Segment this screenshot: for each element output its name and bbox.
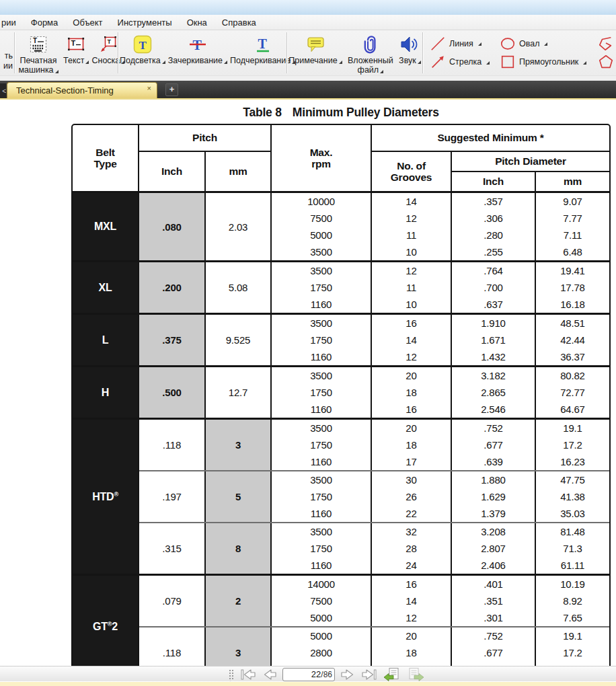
- line-tool-button[interactable]: Линия: [430, 34, 500, 53]
- next-view-button[interactable]: [406, 667, 425, 681]
- previous-page-button[interactable]: [261, 667, 279, 681]
- oval-tool-button[interactable]: Овал: [500, 34, 598, 53]
- svg-text:T: T: [33, 37, 37, 44]
- pd-inch-cell: 2.546: [452, 401, 536, 418]
- tab-scroll-left-button[interactable]: <: [0, 83, 6, 98]
- data-rows: 1400016.40110.19750014.3518.92500012.301…: [272, 576, 609, 626]
- pd-mm-cell: 7.11: [536, 227, 609, 243]
- grooves-cell: 18: [372, 384, 452, 401]
- pitch-inch-cell: .197: [139, 471, 206, 522]
- pd-mm-cell: 10.19: [536, 576, 609, 593]
- pulley-diameters-table: BeltType Pitch Inch mm Max.rpm Suggested…: [71, 124, 611, 666]
- pdf-viewer-window: рии Форма Объект Инструменты Окна Справк…: [0, 0, 616, 686]
- belt-group: GT®2.07921400016.40110.19750014.3518.925…: [73, 574, 609, 666]
- pd-inch-cell: 3.208: [452, 523, 536, 540]
- polygon-tool-button[interactable]: Многоуго.: [598, 53, 616, 72]
- previous-view-button[interactable]: [383, 667, 401, 681]
- dropdown-marker: [224, 61, 227, 64]
- text-annotation-group: T Печатная машинка T: [15, 30, 118, 75]
- pd-inch-cell: .764: [452, 262, 536, 279]
- menu-item-windows[interactable]: Окна: [180, 16, 215, 29]
- pd-mm-cell: 9.07: [536, 193, 609, 210]
- attachment-tool-button[interactable]: Вложенный файл: [344, 32, 397, 75]
- arrow-icon: [430, 54, 446, 70]
- pd-mm-cell: 17.2: [536, 436, 609, 453]
- max-rpm-cell: 1160: [272, 401, 372, 418]
- toolbar-grip-handle[interactable]: ◄: [229, 669, 235, 680]
- strikeout-tool-button[interactable]: T Зачеркивание: [167, 32, 229, 66]
- menu-item-tools[interactable]: Инструменты: [110, 16, 180, 29]
- grooves-cell: 12: [372, 262, 452, 279]
- pd-inch-cell: .752: [452, 420, 536, 436]
- menu-item-object[interactable]: Объект: [65, 16, 110, 29]
- pitch-subgroups: .3759.5253500161.91048.511750141.67142.4…: [139, 315, 609, 365]
- max-rpm-cell: 3500: [272, 243, 372, 260]
- note-icon: [305, 32, 325, 56]
- pulley-table-body: MXL.0802.031000014.3579.07750012.3067.77…: [73, 193, 609, 666]
- data-rows: 3500161.91048.511750141.67142.441160121.…: [272, 315, 609, 365]
- pd-mm-cell: 81.48: [536, 523, 609, 540]
- pitch-inch-cell: .200: [139, 262, 206, 313]
- sound-tool-button[interactable]: Звук: [397, 32, 422, 66]
- polyline-tool-button[interactable]: Ломаная: [598, 34, 616, 53]
- data-rows: 3500301.88047.751750261.62941.381160221.…: [272, 471, 609, 522]
- pd-inch-cell: 1.880: [452, 471, 536, 488]
- table-row: 160016.60215.29: [272, 661, 609, 666]
- pd-mm-cell: 6.48: [536, 243, 609, 260]
- data-rows: 350020.75219.1175018.67717.2116017.63916…: [272, 420, 609, 470]
- table-row: 1160221.37935.03: [272, 505, 609, 522]
- pd-mm-cell: 16.18: [536, 296, 609, 313]
- tab-label: Technical-Section-Timing: [16, 85, 146, 96]
- pitch-mm-cell: 9.525: [206, 315, 272, 365]
- first-page-button[interactable]: [239, 667, 258, 681]
- belt-type-cell: H: [73, 367, 139, 418]
- tab-technical-section-timing[interactable]: Technical-Section-Timing ×: [7, 82, 157, 98]
- table-row: 350010.2556.48: [272, 243, 609, 260]
- pd-inch-cell: 2.406: [452, 557, 536, 574]
- oval-icon: [500, 36, 516, 52]
- max-rpm-cell: 1160: [272, 505, 372, 522]
- max-rpm-cell: 1750: [272, 332, 372, 348]
- page-number-input[interactable]: [299, 669, 321, 679]
- grooves-cell: 18: [372, 436, 452, 453]
- text-box-icon: T: [66, 32, 86, 56]
- svg-text:T: T: [71, 39, 76, 47]
- max-rpm-cell: 1750: [272, 384, 372, 401]
- arrow-tool-button[interactable]: Стрелка: [430, 53, 500, 72]
- highlight-tool-button[interactable]: T Подсветка: [118, 32, 167, 66]
- table-row: 1160162.54664.67: [272, 401, 609, 418]
- header-pitch-inch: Inch: [139, 152, 206, 191]
- menu-item-help[interactable]: Справка: [215, 16, 264, 29]
- rectangle-tool-button[interactable]: Прямоугольник: [500, 53, 598, 72]
- pd-inch-cell: .357: [452, 193, 536, 210]
- max-rpm-cell: 1160: [272, 348, 372, 365]
- pd-mm-cell: 42.44: [536, 332, 609, 348]
- table-header: BeltType Pitch Inch mm Max.rpm Suggested…: [73, 125, 609, 193]
- pd-inch-cell: .602: [452, 661, 536, 666]
- pitch-inch-cell: .079: [139, 576, 206, 626]
- sticky-note-tool-button[interactable]: Примечание: [287, 32, 343, 66]
- annotation-toolbar: ть ии T Печатная машинка: [0, 30, 616, 75]
- grooves-cell: 10: [372, 243, 452, 260]
- pitch-subgroup: .0802.031000014.3579.07750012.3067.77500…: [139, 193, 609, 260]
- new-tab-button[interactable]: +: [165, 83, 178, 96]
- max-rpm-cell: 7500: [272, 210, 372, 227]
- next-page-button[interactable]: [338, 667, 356, 681]
- menu-item-form[interactable]: Форма: [24, 16, 66, 29]
- table-row: 3500323.20881.48: [272, 523, 609, 540]
- pd-mm-cell: 35.03: [536, 505, 609, 522]
- text-box-tool-button[interactable]: T Текст: [62, 32, 90, 66]
- pd-mm-cell: 80.82: [536, 367, 609, 384]
- pd-inch-cell: 1.671: [452, 332, 536, 348]
- table-row: 350012.76419.41: [272, 262, 609, 279]
- highlight-icon: T: [132, 32, 153, 56]
- data-rows: 1000014.3579.07750012.3067.77500011.2807…: [272, 193, 609, 260]
- table-row: 1750282.80771.3: [272, 540, 609, 557]
- belt-type-cell: L: [73, 315, 139, 365]
- max-rpm-cell: 5000: [272, 227, 372, 243]
- typewriter-tool-button[interactable]: T Печатная машинка: [15, 32, 62, 75]
- menu-item-clipped[interactable]: рии: [0, 16, 24, 29]
- last-page-button[interactable]: [360, 667, 378, 681]
- tab-close-icon[interactable]: ×: [146, 84, 153, 92]
- grooves-cell: 12: [372, 609, 452, 626]
